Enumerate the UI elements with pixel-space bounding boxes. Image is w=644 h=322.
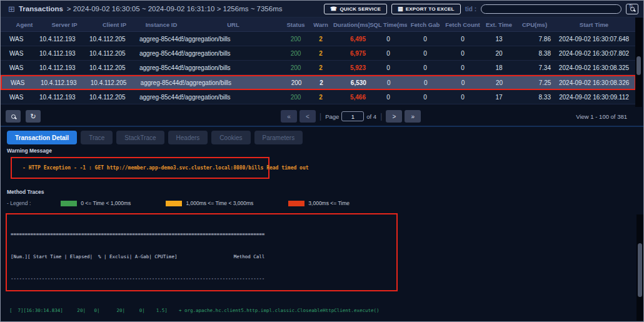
cell-sql-time: 0 (370, 50, 407, 57)
cell-start-time: 2024-09-02 16:30:07.648 (553, 36, 635, 43)
col-header-ext-time[interactable]: Ext. Time (482, 21, 516, 28)
warning-message-box: - HTTP Exception - -1 : GET http://membe… (11, 157, 269, 179)
col-header-start-time[interactable]: Start Time (553, 21, 635, 28)
next-page-button[interactable]: > (386, 110, 402, 123)
cell-agent: WAS (1, 94, 39, 101)
cell-sql-time: 0 (370, 79, 408, 86)
tid-label: tid : (465, 6, 476, 13)
view-range-label: View 1 - 100 of 381 (576, 113, 627, 120)
prev-page-button[interactable]: < (299, 110, 316, 123)
col-header-instance-id[interactable]: Instance ID (139, 21, 183, 28)
cell-status: 200 (283, 94, 308, 101)
cell-warn: 2 (309, 79, 334, 86)
divider: | (380, 112, 382, 121)
table-row[interactable]: WAS 10.4.112.193 10.4.112.205 aggreg-85c… (1, 90, 636, 104)
phone-icon: ☎ (330, 6, 337, 12)
cell-duration: 5,466 (333, 94, 370, 101)
first-page-button[interactable]: « (281, 110, 297, 123)
cell-sql-time: 0 (370, 94, 407, 101)
detail-scrollbar[interactable] (636, 214, 643, 321)
cell-fetch-count: 0 (443, 50, 482, 57)
transaction-detail-panel: Transaction Detail Trace StackTrace Head… (1, 126, 644, 322)
trace-column-header: [Num.][ Start Time | Elapsed| % | Exclus… (11, 253, 396, 261)
cell-sql-time: 0 (370, 64, 407, 71)
page-label: Page (325, 113, 339, 120)
refresh-button[interactable]: ↻ (26, 110, 41, 123)
cell-cpu: 8.33 (516, 94, 553, 101)
cell-start-time: 2024-09-02 16:30:08.325 (553, 64, 635, 71)
legend-red-swatch (288, 201, 304, 206)
cell-fetch-count: 0 (443, 36, 482, 43)
col-header-url[interactable]: URL (183, 21, 283, 28)
trace-legend: - Legend : 0 <= Time < 1,000ms 1,000ms <… (7, 200, 385, 206)
tab-parameters[interactable]: Parameters (254, 131, 303, 144)
cell-ext-time: 20 (483, 79, 516, 86)
cell-ext-time: 18 (482, 64, 516, 71)
col-header-agent[interactable]: Agent (1, 21, 39, 28)
tab-stacktrace[interactable]: StackTrace (116, 131, 164, 144)
trace-dash-line: ----------------------------------------… (11, 275, 396, 283)
col-header-status[interactable]: Status (283, 21, 308, 28)
cell-fetch-count: 0 (443, 94, 482, 101)
cell-server-ip: 10.4.112.193 (39, 64, 89, 71)
tab-headers[interactable]: Headers (168, 131, 208, 144)
cell-sql-time: 0 (370, 36, 407, 43)
cell-url: /aggregation/bills (183, 94, 283, 101)
col-header-fetch-gab[interactable]: Fetch Gab (407, 21, 443, 28)
cell-duration: 6,975 (333, 50, 370, 57)
col-header-duration[interactable]: Duration(ms) (333, 21, 370, 28)
cell-instance-id: aggreg-85c44d55r (139, 64, 183, 71)
cell-fetch-gab: 0 (407, 94, 443, 101)
tab-trace[interactable]: Trace (81, 131, 113, 144)
refresh-icon: ↻ (30, 113, 36, 121)
page-title: Transactions (19, 5, 63, 13)
cell-agent: WAS (1, 64, 39, 71)
breadcrumb: > 2024-09-02 16:30:05 ~ 2024-09-02 16:31… (67, 5, 283, 13)
col-header-fetch-count[interactable]: Fetch Count (443, 21, 482, 28)
cell-client-ip: 10.4.112.205 (89, 94, 139, 101)
cell-client-ip: 10.4.112.205 (89, 64, 139, 71)
cell-server-ip: 10.4.112.193 (39, 50, 89, 57)
tab-cookies[interactable]: Cookies (211, 131, 250, 144)
cell-status: 200 (284, 79, 309, 86)
cell-fetch-gab: 0 (408, 79, 444, 86)
cell-cpu: 8.38 (516, 50, 553, 57)
cell-warn: 2 (308, 36, 333, 43)
table-row-selected[interactable]: WAS 10.4.112.193 10.4.112.205 aggreg-85c… (1, 75, 636, 90)
grid-table-icon: ⊞ (8, 4, 15, 14)
table-row[interactable]: WAS 10.4.112.193 10.4.112.205 aggreg-85c… (1, 32, 636, 46)
cell-instance-id: aggreg-85c44d55r (141, 79, 184, 86)
table-header-row: Agent Server IP Client IP Instance ID UR… (1, 18, 636, 32)
sort-icon[interactable]: ⇅ (628, 3, 633, 9)
cell-instance-id: aggreg-85c44d55r (139, 50, 183, 57)
col-header-client-ip[interactable]: Client IP (89, 21, 139, 28)
quick-service-label: QUICK SERVICE (340, 6, 381, 12)
cell-instance-id: aggreg-85c44d55r (139, 94, 183, 101)
col-header-server-ip[interactable]: Server IP (39, 21, 89, 28)
cell-fetch-gab: 0 (407, 50, 443, 57)
tab-transaction-detail[interactable]: Transaction Detail (7, 131, 77, 144)
cell-fetch-gab: 0 (407, 36, 443, 43)
cell-server-ip: 10.4.112.193 (39, 94, 89, 101)
export-to-excel-button[interactable]: ▤ EXPORT TO EXCEL (391, 4, 461, 14)
col-header-cpu[interactable]: CPU(ms) (516, 21, 553, 28)
quick-service-button[interactable]: ☎ QUICK SERVICE (324, 4, 387, 14)
table-scrollbar[interactable] (635, 18, 642, 107)
table-row[interactable]: WAS 10.4.112.193 10.4.112.205 aggreg-85c… (1, 46, 636, 61)
cell-start-time: 2024-09-02 16:30:07.802 (553, 50, 635, 57)
last-page-button[interactable]: » (405, 110, 421, 123)
top-header-bar: ⊞ Transactions > 2024-09-02 16:30:05 ~ 2… (1, 1, 643, 18)
trace-equals-line: ========================================… (11, 231, 396, 238)
col-header-sql-time[interactable]: SQL Time(ms) (370, 21, 407, 28)
col-header-warn[interactable]: Warn (308, 21, 333, 28)
cell-warn: 2 (308, 64, 333, 71)
cell-server-ip: 10.4.112.193 (39, 36, 89, 43)
page-number-input[interactable] (341, 111, 364, 121)
grid-search-button[interactable] (6, 110, 21, 123)
table-row[interactable]: WAS 10.4.112.193 10.4.112.205 aggreg-85c… (1, 61, 636, 75)
table-toolbar: ↻ « < | Page of 4 | > » View 1 - 100 of … (1, 107, 636, 126)
trace-line: [ 7][16:30:14.834] 20| 0| 20| 0| 1.5] + … (9, 307, 398, 314)
method-traces-section-label: Method Traces (7, 189, 44, 195)
cell-status: 200 (283, 64, 308, 71)
tid-search-input[interactable] (481, 4, 621, 14)
